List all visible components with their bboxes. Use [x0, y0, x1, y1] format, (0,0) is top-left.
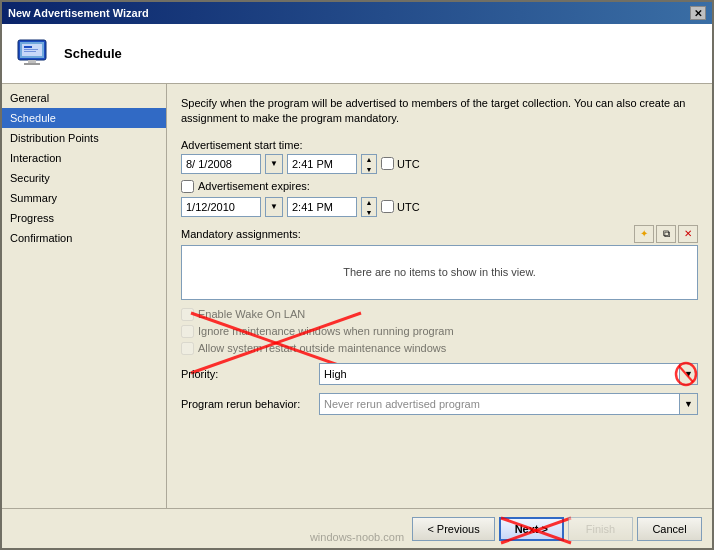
- expires-utc-check: UTC: [381, 200, 420, 213]
- expires-date-dropdown[interactable]: ▼: [265, 197, 283, 217]
- mandatory-title: Mandatory assignments:: [181, 228, 301, 240]
- wake-on-lan-checkbox[interactable]: [181, 308, 194, 321]
- mandatory-empty-text: There are no items to show in this view.: [343, 266, 536, 278]
- mandatory-copy-btn[interactable]: ⧉: [656, 225, 676, 243]
- sidebar-item-schedule[interactable]: Schedule: [2, 108, 166, 128]
- sidebar-item-distribution-points[interactable]: Distribution Points: [2, 128, 166, 148]
- svg-rect-5: [24, 46, 32, 48]
- start-time-label: Advertisement start time:: [181, 139, 698, 151]
- start-utc-check: UTC: [381, 157, 420, 170]
- svg-rect-6: [24, 49, 38, 50]
- expires-datetime-row: ▼ ▲ ▼ UTC: [181, 197, 698, 217]
- content-area: General Schedule Distribution Points Int…: [2, 84, 712, 508]
- ignore-maint-checkbox[interactable]: [181, 325, 194, 338]
- allow-restart-label: Allow system restart outside maintenance…: [198, 342, 446, 354]
- start-date-dropdown[interactable]: ▼: [265, 154, 283, 174]
- ignore-maint-label: Ignore maintenance windows when running …: [198, 325, 454, 337]
- program-rerun-field[interactable]: [319, 393, 680, 415]
- header-title: Schedule: [64, 46, 122, 61]
- sidebar-item-confirmation[interactable]: Confirmation: [2, 228, 166, 248]
- main-panel: Specify when the program will be adverti…: [167, 84, 712, 508]
- start-utc-checkbox[interactable]: [381, 157, 394, 170]
- ignore-maint-row: Ignore maintenance windows when running …: [181, 325, 698, 338]
- options-container: Enable Wake On LAN Ignore maintenance wi…: [181, 308, 698, 355]
- mandatory-section: Mandatory assignments: ✦ ⧉ ✕ There are n…: [181, 225, 698, 300]
- expires-utc-label: UTC: [397, 201, 420, 213]
- sidebar-item-interaction[interactable]: Interaction: [2, 148, 166, 168]
- start-date-input[interactable]: [181, 154, 261, 174]
- expires-date-input[interactable]: [181, 197, 261, 217]
- svg-rect-3: [24, 63, 40, 65]
- sidebar: General Schedule Distribution Points Int…: [2, 84, 167, 508]
- expires-label: Advertisement expires:: [198, 180, 310, 192]
- program-rerun-row: Program rerun behavior: ▼: [181, 393, 698, 415]
- allow-restart-checkbox[interactable]: [181, 342, 194, 355]
- sidebar-item-general[interactable]: General: [2, 88, 166, 108]
- wake-on-lan-row: Enable Wake On LAN: [181, 308, 698, 321]
- sidebar-item-summary[interactable]: Summary: [2, 188, 166, 208]
- mandatory-delete-btn[interactable]: ✕: [678, 225, 698, 243]
- start-datetime-row: ▼ ▲ ▼ UTC: [181, 154, 698, 174]
- program-rerun-label: Program rerun behavior:: [181, 398, 311, 410]
- priority-label: Priority:: [181, 368, 311, 380]
- priority-dropdown-btn[interactable]: ▼: [680, 363, 698, 385]
- start-time-section: Advertisement start time: ▼ ▲ ▼ UTC: [181, 139, 698, 174]
- mandatory-header: Mandatory assignments: ✦ ⧉ ✕: [181, 225, 698, 243]
- description-text: Specify when the program will be adverti…: [181, 96, 698, 127]
- expires-utc-checkbox[interactable]: [381, 200, 394, 213]
- expires-time-spin[interactable]: ▲ ▼: [361, 197, 377, 217]
- wake-on-lan-label: Enable Wake On LAN: [198, 308, 305, 320]
- wizard-icon: [14, 34, 54, 74]
- start-utc-label: UTC: [397, 158, 420, 170]
- next-button[interactable]: Next >: [499, 517, 564, 541]
- title-bar: New Advertisement Wizard ✕: [2, 2, 712, 24]
- expires-checkbox[interactable]: [181, 180, 194, 193]
- start-time-input[interactable]: [287, 154, 357, 174]
- program-rerun-dropdown-btn[interactable]: ▼: [680, 393, 698, 415]
- finish-button[interactable]: Finish: [568, 517, 633, 541]
- watermark: windows-noob.com: [310, 531, 404, 543]
- previous-button[interactable]: < Previous: [412, 517, 494, 541]
- mandatory-list: There are no items to show in this view.: [181, 245, 698, 300]
- svg-rect-7: [24, 51, 36, 52]
- expires-checkbox-row: Advertisement expires:: [181, 180, 698, 193]
- program-rerun-select-wrapper: ▼: [319, 393, 698, 415]
- start-time-spin[interactable]: ▲ ▼: [361, 154, 377, 174]
- sidebar-item-progress[interactable]: Progress: [2, 208, 166, 228]
- close-button[interactable]: ✕: [690, 6, 706, 20]
- priority-row: Priority: ▼: [181, 363, 698, 385]
- footer: < Previous Next > Finish Cancel windows-…: [2, 508, 712, 548]
- mandatory-star-btn[interactable]: ✦: [634, 225, 654, 243]
- priority-field[interactable]: [319, 363, 680, 385]
- mandatory-toolbar: ✦ ⧉ ✕: [634, 225, 698, 243]
- expires-section: Advertisement expires: ▼ ▲ ▼ UTC: [181, 180, 698, 217]
- header-area: Schedule: [2, 24, 712, 84]
- sidebar-item-security[interactable]: Security: [2, 168, 166, 188]
- cancel-button[interactable]: Cancel: [637, 517, 702, 541]
- expires-time-input[interactable]: [287, 197, 357, 217]
- priority-select-wrapper: ▼: [319, 363, 698, 385]
- window-title: New Advertisement Wizard: [8, 7, 149, 19]
- main-window: New Advertisement Wizard ✕ Schedule Gene…: [0, 0, 714, 550]
- allow-restart-row: Allow system restart outside maintenance…: [181, 342, 698, 355]
